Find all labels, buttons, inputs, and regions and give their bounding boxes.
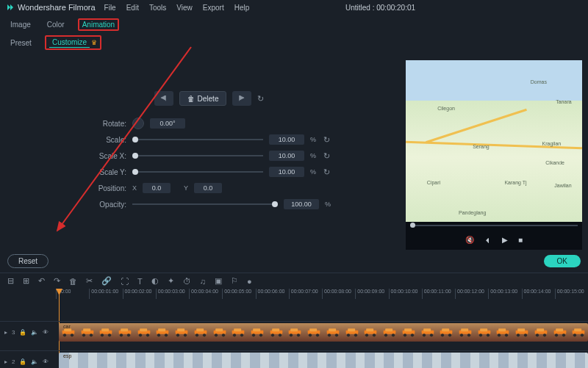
tab-animation[interactable]: Animation	[78, 18, 119, 31]
scale-reset-icon[interactable]: ↻	[323, 135, 332, 145]
zoomin-icon[interactable]: ⊞	[23, 276, 29, 286]
svg-point-47	[279, 333, 282, 336]
cut-icon[interactable]: ✂	[86, 276, 93, 286]
delete-keyframe-button[interactable]: 🗑 Delete	[179, 91, 227, 106]
mute-icon[interactable]: 🔇	[465, 236, 474, 244]
inspector-tabs: Image Color Animation	[0, 15, 588, 31]
svg-rect-69	[385, 328, 392, 331]
preview-scrubber[interactable]	[406, 222, 582, 229]
svg-point-98	[517, 333, 520, 336]
scaley-reset-icon[interactable]: ↻	[323, 167, 332, 177]
menu-file[interactable]: File	[104, 4, 116, 12]
tab-image[interactable]: Image	[7, 19, 34, 30]
volume-icon[interactable]: ♫	[200, 277, 206, 286]
opacity-slider[interactable]	[132, 199, 278, 209]
track-head-3: ▸ 3 🔒 🔈 👁	[0, 321, 56, 343]
keyframe-reset-icon[interactable]: ↻	[257, 94, 266, 104]
svg-point-99	[524, 333, 527, 336]
svg-point-31	[203, 333, 206, 336]
mute-icon[interactable]: 🔈	[31, 358, 38, 365]
svg-point-91	[487, 333, 490, 336]
reset-button[interactable]: Reset	[7, 254, 49, 268]
eye-icon[interactable]: 👁	[43, 358, 49, 365]
scalex-reset-icon[interactable]: ↻	[323, 151, 332, 161]
svg-point-107	[562, 333, 564, 336]
undo-icon[interactable]: ↶	[38, 276, 45, 286]
svg-point-11	[108, 333, 111, 336]
svg-point-46	[271, 333, 274, 336]
panel-footer: Reset OK	[0, 250, 588, 273]
svg-rect-9	[101, 328, 109, 331]
rotate-value[interactable]: 0.00°	[150, 118, 185, 129]
timeline: 00:0000:00:01:0000:00:02:0000:00:03:0000…	[0, 289, 588, 368]
menu-tools[interactable]: Tools	[149, 4, 166, 12]
stop-icon[interactable]: ■	[518, 236, 523, 244]
scale-slider[interactable]	[132, 134, 263, 145]
position-y-value[interactable]: 0.0	[194, 183, 222, 193]
opacity-value[interactable]: 100.00	[284, 199, 319, 209]
scalex-value[interactable]: 10.00	[269, 151, 304, 161]
document-title: Untitled : 00:00:20:01	[345, 4, 415, 12]
effects-icon[interactable]: ✦	[168, 276, 174, 286]
tab-color[interactable]: Color	[44, 19, 68, 30]
svg-point-82	[441, 333, 444, 336]
svg-rect-41	[253, 328, 260, 331]
track-3[interactable]: car	[56, 321, 588, 343]
prev-keyframe-button[interactable]: ⯇	[154, 91, 173, 106]
record-icon[interactable]: ●	[247, 277, 252, 286]
scaley-value[interactable]: 10.00	[269, 167, 304, 177]
lock-icon[interactable]: 🔒	[19, 329, 26, 336]
track-toggle-icon[interactable]: ▸	[4, 358, 7, 365]
redo-icon[interactable]: ↷	[54, 276, 60, 286]
text-icon[interactable]: T	[137, 277, 143, 286]
position-x-value[interactable]: 0.0	[143, 183, 171, 193]
track-toggle-icon[interactable]: ▸	[4, 329, 7, 336]
scale-unit: %	[310, 136, 318, 143]
menu-help[interactable]: Help	[234, 4, 250, 12]
eye-icon[interactable]: 👁	[43, 329, 49, 336]
svg-point-3	[71, 333, 74, 336]
svg-point-23	[165, 333, 168, 336]
play-icon[interactable]: ▶	[502, 236, 508, 244]
lock-icon[interactable]: 🔒	[19, 358, 26, 365]
svg-rect-21	[159, 328, 166, 331]
color-icon[interactable]: ◐	[151, 276, 159, 286]
render-icon[interactable]: ▣	[215, 276, 222, 286]
rotate-knob[interactable]	[132, 118, 144, 129]
zoomout-icon[interactable]: ⊟	[7, 276, 14, 286]
scaley-slider[interactable]	[132, 167, 263, 177]
svg-point-110	[573, 333, 576, 336]
speed-icon[interactable]: ⏱	[183, 277, 191, 286]
clip-car[interactable]: car	[59, 323, 588, 342]
subtab-preset[interactable]: Preset	[7, 38, 35, 48]
timeline-toolbar: ⊟ ⊞ ↶ ↷ 🗑 ✂ 🔗 ⛶ T ◐ ✦ ⏱ ♫ ▣ ⚐ ●	[0, 273, 588, 289]
svg-point-83	[448, 333, 451, 336]
menu-view[interactable]: View	[176, 4, 193, 12]
link-icon[interactable]: 🔗	[101, 276, 112, 286]
svg-point-111	[581, 333, 584, 336]
ok-button[interactable]: OK	[544, 255, 581, 267]
menu-edit[interactable]: Edit	[126, 4, 139, 12]
marker-icon[interactable]: ⚐	[231, 276, 238, 286]
step-back-icon[interactable]: ⏴	[484, 236, 492, 244]
next-keyframe-button[interactable]: ⯈	[232, 91, 251, 106]
svg-rect-33	[215, 328, 223, 331]
svg-point-14	[120, 333, 123, 336]
menu-export[interactable]: Export	[203, 4, 224, 12]
menubar: Wondershare Filmora File Edit Tools View…	[0, 0, 588, 15]
scale-value[interactable]: 10.00	[269, 134, 304, 145]
preview-controls: 🔇 ⏴ ▶ ■	[406, 229, 582, 250]
svg-point-86	[460, 333, 463, 336]
mute-icon[interactable]: 🔈	[31, 329, 38, 336]
opacity-label: Opacity:	[88, 201, 126, 209]
crop-icon[interactable]: ⛶	[121, 277, 129, 286]
preview-viewport[interactable]: Cilegon Serang Tanara Kragilan Cikande P…	[406, 60, 582, 222]
svg-rect-73	[404, 328, 412, 331]
timeline-ruler[interactable]: 00:0000:00:01:0000:00:02:0000:00:03:0000…	[56, 289, 588, 299]
trash-icon[interactable]: 🗑	[69, 277, 77, 286]
svg-point-67	[373, 333, 376, 336]
subtab-customize[interactable]: Customize	[49, 37, 90, 48]
scalex-slider[interactable]	[132, 151, 263, 161]
track-2[interactable]: esp	[56, 350, 588, 368]
clip-map[interactable]: esp	[59, 353, 588, 368]
